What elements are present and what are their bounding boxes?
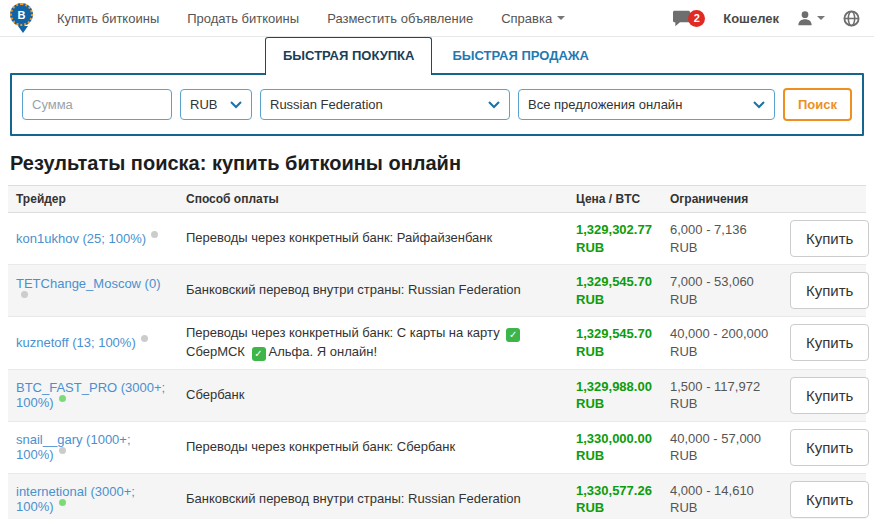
col-price: Цена / BTC <box>568 186 662 212</box>
account-menu-button[interactable] <box>797 10 825 26</box>
nav-post-ad[interactable]: Разместить объявление <box>313 0 487 37</box>
trader-link[interactable]: TETChange_Moscow (0) <box>16 276 161 291</box>
wallet-link[interactable]: Кошелек <box>723 11 779 26</box>
offer-row: kuznetoff (13; 100%) Переводы через конк… <box>8 317 866 370</box>
buy-cell: Купить <box>782 422 866 473</box>
trader-status-dot <box>59 499 66 506</box>
tab-quick-buy[interactable]: БЫСТРАЯ ПОКУПКА <box>265 37 432 75</box>
trader-cell: TETChange_Moscow (0) <box>8 269 178 313</box>
trader-status-dot <box>59 447 66 454</box>
country-select[interactable]: Russian Federation <box>260 89 510 120</box>
offer-row: kon1ukhov (25; 100%) Переводы через конк… <box>8 213 866 265</box>
currency-select[interactable]: RUB <box>180 89 252 120</box>
offers-table: Трейдер Способ оплаты Цена / BTC Огранич… <box>8 185 866 519</box>
payment-method: Переводы через конкретный банк: Сбербанк <box>178 431 568 464</box>
quick-trade-section: БЫСТРАЯ ПОКУПКА БЫСТРАЯ ПРОДАЖА RUB Russ… <box>10 37 864 136</box>
payment-method: Банковский перевод внутри страны: Russia… <box>178 274 568 307</box>
offer-row: TETChange_Moscow (0) Банковский перевод … <box>8 265 866 317</box>
messages-button[interactable]: 2 <box>672 10 705 27</box>
buy-button[interactable]: Купить <box>790 429 869 466</box>
buy-cell: Купить <box>782 213 866 264</box>
trader-cell: BTC_FAST_PRO (3000+; 100%) <box>8 373 178 417</box>
unread-messages-badge: 2 <box>688 10 705 27</box>
payment-method: Сбербанк <box>178 379 568 412</box>
trader-cell: kuznetoff (13; 100%) <box>8 328 178 357</box>
localbitcoins-logo-icon[interactable]: B <box>10 3 35 33</box>
price-per-btc: 1,329,545.70 RUB <box>568 266 662 315</box>
nav-buy-bitcoins[interactable]: Купить биткоины <box>43 0 173 37</box>
payment-method: Переводы через конкретный банк: Райфайзе… <box>178 222 568 255</box>
buy-button[interactable]: Купить <box>790 272 869 309</box>
payment-method: Банковский перевод внутри страны: Russia… <box>178 483 568 516</box>
offers-table-body: kon1ukhov (25; 100%) Переводы через конк… <box>8 213 866 519</box>
trade-limits: 7,000 - 53,060 RUB <box>662 266 782 315</box>
results-title: Результаты поиска: купить биткоины онлай… <box>10 152 864 175</box>
chevron-down-icon <box>817 16 825 20</box>
tab-quick-sell[interactable]: БЫСТРАЯ ПРОДАЖА <box>432 37 609 73</box>
offer-row: BTC_FAST_PRO (3000+; 100%) Сбербанк 1,32… <box>8 370 866 422</box>
col-action <box>782 193 866 205</box>
trade-limits: 6,000 - 7,136 RUB <box>662 214 782 263</box>
offer-row: internetional (3000+; 100%) Банковский п… <box>8 474 866 519</box>
col-limits: Ограничения <box>662 186 782 212</box>
trade-limits: 40,000 - 200,000 RUB <box>662 318 782 367</box>
buy-button[interactable]: Купить <box>790 377 869 414</box>
payment-method: Переводы через конкретный банк: С карты … <box>178 317 568 369</box>
trader-cell: internetional (3000+; 100%) <box>8 477 178 519</box>
nav-sell-bitcoins[interactable]: Продать биткоины <box>173 0 313 37</box>
trader-status-dot <box>141 335 148 342</box>
offer-type-value: Все предложения онлайн <box>528 97 682 112</box>
buy-button[interactable]: Купить <box>790 324 869 361</box>
logo-coin: B <box>10 3 33 26</box>
buy-cell: Купить <box>782 370 866 421</box>
price-per-btc: 1,330,577.26 RUB <box>568 475 662 519</box>
buy-cell: Купить <box>782 474 866 519</box>
buy-button[interactable]: Купить <box>790 481 869 518</box>
quick-trade-tabs: БЫСТРАЯ ПОКУПКА БЫСТРАЯ ПРОДАЖА <box>10 37 864 73</box>
col-trader: Трейдер <box>8 186 178 212</box>
buy-button[interactable]: Купить <box>790 220 869 257</box>
chevron-down-icon <box>557 16 565 20</box>
price-per-btc: 1,329,302.77 RUB <box>568 214 662 263</box>
offer-type-select[interactable]: Все предложения онлайн <box>518 89 775 120</box>
trader-link[interactable]: internetional (3000+; 100%) <box>16 484 135 514</box>
trade-limits: 4,000 - 14,610 RUB <box>662 475 782 519</box>
currency-value: RUB <box>190 97 217 112</box>
offers-table-header: Трейдер Способ оплаты Цена / BTC Огранич… <box>8 185 866 213</box>
buy-cell: Купить <box>782 317 866 368</box>
trader-link[interactable]: kon1ukhov (25; 100%) <box>16 231 146 246</box>
trader-cell: snail__gary (1000+; 100%) <box>8 425 178 469</box>
nav-help-label: Справка <box>501 0 552 37</box>
trader-status-dot <box>59 395 66 402</box>
trader-link[interactable]: BTC_FAST_PRO (3000+; 100%) <box>16 380 165 410</box>
chevron-down-icon <box>230 101 242 109</box>
offer-row: snail__gary (1000+; 100%) Переводы через… <box>8 422 866 474</box>
buy-cell: Купить <box>782 265 866 316</box>
user-icon <box>797 10 813 26</box>
chevron-down-icon <box>488 101 500 109</box>
top-navbar: B Купить биткоины Продать биткоины Разме… <box>0 0 874 37</box>
trader-status-dot <box>21 291 28 298</box>
country-value: Russian Federation <box>270 97 383 112</box>
trade-limits: 40,000 - 57,000 RUB <box>662 423 782 472</box>
chevron-down-icon <box>753 101 765 109</box>
trader-link[interactable]: snail__gary (1000+; 100%) <box>16 432 131 462</box>
price-per-btc: 1,329,545.70 RUB <box>568 318 662 367</box>
trader-status-dot <box>151 231 158 238</box>
logo-pin-tail <box>18 26 28 33</box>
trader-cell: kon1ukhov (25; 100%) <box>8 224 178 253</box>
search-button[interactable]: Поиск <box>783 88 852 121</box>
price-per-btc: 1,330,000.00 RUB <box>568 423 662 472</box>
amount-input[interactable] <box>22 89 172 120</box>
col-payment: Способ оплаты <box>178 186 568 212</box>
globe-icon[interactable] <box>843 10 860 27</box>
trade-limits: 1,500 - 117,972 RUB <box>662 371 782 420</box>
verified-check-icon: ✓ <box>252 347 266 361</box>
trader-link[interactable]: kuznetoff (13; 100%) <box>16 335 136 350</box>
verified-check-icon: ✓ <box>506 328 520 342</box>
nav-help-menu[interactable]: Справка <box>487 0 579 37</box>
price-per-btc: 1,329,988.00 RUB <box>568 371 662 420</box>
quick-buy-form: RUB Russian Federation Все предложения о… <box>10 73 864 136</box>
